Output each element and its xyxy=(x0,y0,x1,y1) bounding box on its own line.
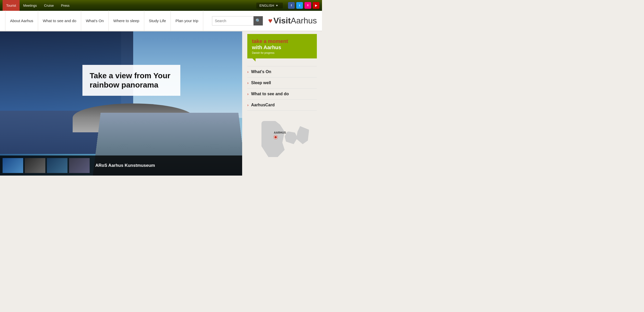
promo-text: take a moment with Aarhus xyxy=(252,38,312,50)
sidebar-link-sleep-well[interactable]: › Sleep well xyxy=(247,77,317,89)
sidebar-link-label: What's On xyxy=(251,70,271,74)
logo-text[interactable]: VisitAarhus xyxy=(274,16,317,25)
thumbnail-2[interactable] xyxy=(25,158,45,173)
thumbnail-1[interactable] xyxy=(3,158,23,173)
top-nav-cruise[interactable]: Cruise xyxy=(40,0,57,11)
hero-text-box: Take a view from Your rainbow panorama xyxy=(82,65,180,96)
search-button[interactable]: 🔍 xyxy=(253,16,263,25)
chevron-right-icon: › xyxy=(247,92,249,96)
thumbnail-4[interactable] xyxy=(69,158,90,173)
sidebar-link-label: AarhusCard xyxy=(251,103,275,107)
funen-shape xyxy=(285,131,298,144)
map-area: AARHUS xyxy=(247,116,317,162)
language-selector[interactable]: ENGLISH ▼ xyxy=(256,3,283,8)
nav-what-to-see[interactable]: What to see and do xyxy=(38,11,81,31)
sidebar-links: › What's On › Sleep well › What to see a… xyxy=(247,66,317,111)
sidebar-link-what-to-see[interactable]: › What to see and do xyxy=(247,89,317,100)
top-nav: Tourist Meetings Cruise Press xyxy=(3,0,256,11)
nav-plan-your-trip[interactable]: Plan your trip xyxy=(171,11,203,31)
nav-where-to-sleep[interactable]: Where to sleep xyxy=(109,11,144,31)
search-input[interactable] xyxy=(212,19,253,23)
hero-image-area: Take a view from Your rainbow panorama A… xyxy=(0,31,242,176)
chevron-right-icon: › xyxy=(247,103,249,107)
nav-about-aarhus[interactable]: About Aarhus xyxy=(5,11,38,31)
zealand-shape xyxy=(296,126,309,144)
promo-sub: Danish for progress xyxy=(252,51,312,54)
logo-area: ♥ VisitAarhus xyxy=(268,16,317,25)
language-label: ENGLISH xyxy=(259,4,274,7)
flickr-icon[interactable]: fl xyxy=(304,2,311,9)
promo-line1: take a moment xyxy=(252,38,288,44)
thumbnail-strip: ARoS Aarhus Kunstmuseum xyxy=(0,155,242,176)
social-icons: f t fl ▶ xyxy=(288,2,319,9)
chevron-right-icon: › xyxy=(247,81,249,85)
chevron-down-icon: ▼ xyxy=(276,4,278,7)
promo-line2: with Aarhus xyxy=(252,45,281,50)
right-sidebar: take a moment with Aarhus Danish for pro… xyxy=(242,31,322,176)
aarhus-pin: AARHUS xyxy=(274,130,286,139)
sidebar-link-whats-on[interactable]: › What's On xyxy=(247,66,317,77)
youtube-icon[interactable]: ▶ xyxy=(313,2,319,9)
thumbnail-3[interactable] xyxy=(47,158,67,173)
sidebar-link-aarhuscard[interactable]: › AarhusCard xyxy=(247,100,317,111)
image-caption: ARoS Aarhus Kunstmuseum xyxy=(95,163,155,168)
top-bar: Tourist Meetings Cruise Press ENGLISH ▼ … xyxy=(0,0,322,11)
facebook-icon[interactable]: f xyxy=(288,2,295,9)
denmark-map: AARHUS xyxy=(256,116,308,162)
map-pin-dot xyxy=(274,135,277,139)
hero-image xyxy=(0,31,242,176)
sidebar-link-label: Sleep well xyxy=(251,81,271,85)
top-nav-meetings[interactable]: Meetings xyxy=(20,0,40,11)
nav-study-life[interactable]: Study Life xyxy=(144,11,171,31)
search-bar: 🔍 xyxy=(212,16,263,25)
main-nav: About Aarhus What to see and do What's O… xyxy=(0,11,322,31)
top-nav-press[interactable]: Press xyxy=(57,0,73,11)
top-nav-tourist[interactable]: Tourist xyxy=(3,0,20,11)
promo-banner[interactable]: take a moment with Aarhus Danish for pro… xyxy=(247,34,317,58)
nav-items: About Aarhus What to see and do What's O… xyxy=(5,11,212,31)
nav-whats-on[interactable]: What's On xyxy=(81,11,109,31)
jutland-shape xyxy=(261,121,285,157)
heart-icon: ♥ xyxy=(268,17,273,25)
aarhus-label: AARHUS xyxy=(274,131,286,134)
twitter-icon[interactable]: t xyxy=(296,2,303,9)
sidebar-link-label: What to see and do xyxy=(251,92,289,96)
promo-arrow-decoration xyxy=(252,58,256,62)
content-area: Take a view from Your rainbow panorama A… xyxy=(0,31,322,176)
chevron-right-icon: › xyxy=(247,70,249,74)
hero-title: Take a view from Your rainbow panorama xyxy=(90,71,173,90)
